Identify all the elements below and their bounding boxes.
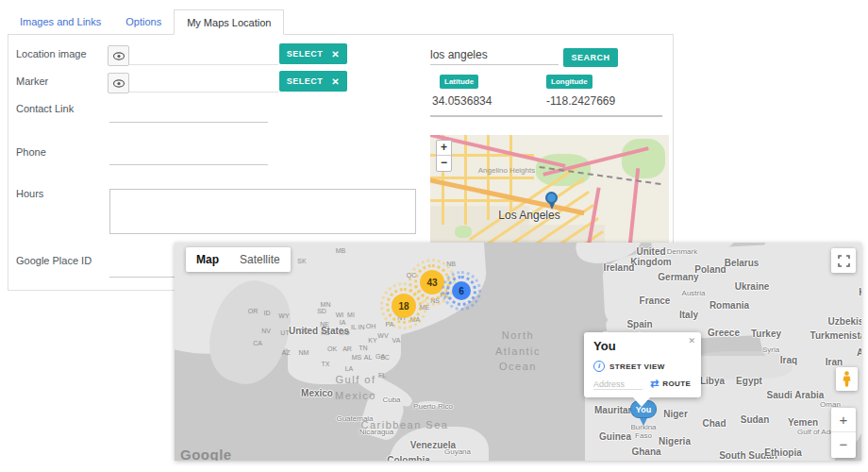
contact-link-label: Contact Link bbox=[16, 103, 74, 114]
marker-cluster[interactable]: 6 bbox=[452, 281, 471, 300]
tab-my-maps-location[interactable]: My Maps Location bbox=[174, 9, 284, 35]
eye-icon bbox=[113, 79, 125, 88]
route-icon: ⇄ bbox=[650, 378, 659, 390]
district-label: Angelino Heights bbox=[478, 166, 535, 175]
zoom-out-button[interactable]: − bbox=[437, 156, 451, 171]
google-logo: Google bbox=[180, 447, 232, 461]
longitude-badge: Longitude bbox=[546, 75, 593, 89]
latitude-value: 34.0536834 bbox=[432, 94, 492, 108]
park-area bbox=[622, 139, 665, 178]
route-address-input[interactable] bbox=[593, 379, 643, 390]
marker-label: Marker bbox=[16, 76, 48, 87]
contact-link-input[interactable] bbox=[109, 104, 268, 123]
longitude-value: -118.2427669 bbox=[546, 94, 615, 108]
tab-options[interactable]: Options bbox=[113, 9, 174, 34]
infowindow-title: You bbox=[593, 339, 616, 353]
marker-preview-button[interactable] bbox=[108, 73, 129, 93]
latitude-badge: Latitude bbox=[440, 75, 478, 89]
zoom-in-button[interactable]: + bbox=[831, 408, 856, 432]
map-type-satellite-button[interactable]: Satellite bbox=[229, 247, 291, 272]
marker-select-button[interactable]: SELECT✕ bbox=[279, 71, 347, 92]
location-image-preview-button[interactable] bbox=[108, 45, 129, 66]
location-image-label: Location image bbox=[16, 48, 87, 59]
land-shape bbox=[618, 427, 835, 461]
fullscreen-button[interactable] bbox=[831, 248, 856, 273]
route-button[interactable]: ⇄ ROUTE bbox=[650, 378, 691, 390]
zoom-in-button[interactable]: + bbox=[437, 141, 451, 156]
clear-icon[interactable]: ✕ bbox=[331, 76, 340, 87]
infowindow: You ✕ i STREET VIEW ⇄ ROUTE bbox=[584, 332, 701, 397]
mini-map-zoom-control: + − bbox=[436, 140, 452, 172]
divider bbox=[430, 115, 662, 117]
location-image-input[interactable] bbox=[129, 45, 278, 65]
map-zoom-control: + − bbox=[831, 408, 856, 458]
hours-textarea[interactable] bbox=[109, 189, 416, 234]
hours-label: Hours bbox=[16, 188, 43, 199]
pegman-button[interactable] bbox=[836, 367, 858, 391]
info-icon: i bbox=[593, 361, 605, 372]
clear-icon[interactable]: ✕ bbox=[331, 49, 340, 59]
marker-cluster[interactable]: 18 bbox=[392, 294, 416, 318]
land-shape bbox=[689, 351, 793, 379]
map-label: Mexico bbox=[301, 388, 333, 398]
location-image-select-button[interactable]: SELECT✕ bbox=[279, 43, 347, 64]
fullscreen-icon bbox=[838, 255, 850, 267]
close-icon[interactable]: ✕ bbox=[688, 336, 695, 346]
park-area bbox=[455, 226, 472, 238]
search-button[interactable]: SEARCH bbox=[563, 48, 618, 67]
map-type-control: Map Satellite bbox=[186, 247, 291, 272]
phone-input[interactable] bbox=[109, 146, 268, 165]
world-map[interactable]: United StatesMexicoVenezuelaColombiaUnit… bbox=[175, 243, 861, 461]
location-pin-icon[interactable] bbox=[545, 192, 558, 204]
marker-input[interactable] bbox=[129, 73, 278, 93]
eye-icon bbox=[113, 52, 125, 60]
pegman-icon bbox=[842, 371, 852, 387]
land-shape bbox=[418, 401, 442, 407]
zoom-out-button[interactable]: − bbox=[831, 432, 856, 457]
map-type-map-button[interactable]: Map bbox=[186, 247, 229, 272]
land-shape bbox=[390, 427, 489, 461]
land-shape bbox=[288, 332, 401, 384]
tab-bar: Images and Links Options My Maps Locatio… bbox=[8, 9, 674, 35]
place-id-label: Google Place ID bbox=[16, 255, 92, 266]
phone-label: Phone bbox=[16, 146, 46, 158]
tab-images-and-links[interactable]: Images and Links bbox=[8, 9, 113, 34]
address-search-input[interactable] bbox=[430, 45, 559, 65]
street-view-button[interactable]: i STREET VIEW bbox=[593, 361, 665, 372]
map-label: North Atlantic Ocean bbox=[495, 328, 541, 375]
